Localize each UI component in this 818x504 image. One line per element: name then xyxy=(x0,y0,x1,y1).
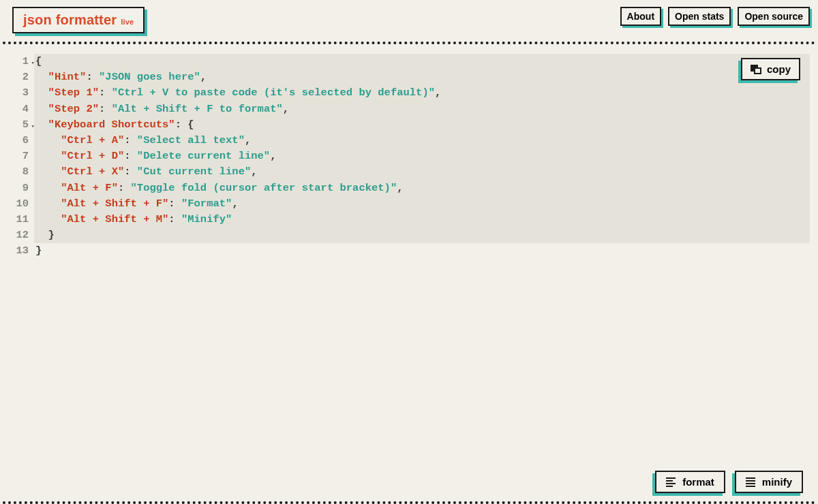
code-line: "Ctrl + A": "Select all text", xyxy=(34,133,810,148)
about-link[interactable]: About xyxy=(620,7,661,26)
code-line: "Alt + Shift + F": "Format", xyxy=(34,196,810,212)
minify-button[interactable]: minify xyxy=(735,471,803,493)
header: json formatter live About Open stats Ope… xyxy=(0,0,818,42)
code-line: "Alt + Shift + M": "Minify" xyxy=(34,212,810,227)
code-line: "Step 1": "Ctrl + V to paste code (it's … xyxy=(34,85,810,101)
format-label: format xyxy=(682,476,714,488)
minify-icon xyxy=(746,477,755,487)
editor-area: copy 12345678910111213 { "Hint": "JSON g… xyxy=(0,44,818,259)
line-number: 4 xyxy=(4,101,29,117)
footer-actions: format minify xyxy=(0,464,818,501)
code-line: } xyxy=(35,243,810,259)
footer: format minify xyxy=(0,464,818,504)
copy-button[interactable]: copy xyxy=(741,58,800,80)
code-line: { xyxy=(34,54,810,69)
open-source-link[interactable]: Open source xyxy=(738,7,810,26)
line-number: 3 xyxy=(4,85,29,101)
minify-label: minify xyxy=(762,476,792,488)
line-number: 9 xyxy=(4,180,29,196)
line-number: 1 xyxy=(4,54,29,69)
footer-divider xyxy=(3,501,815,504)
line-number: 12 xyxy=(4,227,29,243)
code-editor[interactable]: 12345678910111213 { "Hint": "JSON goes h… xyxy=(4,54,810,259)
line-number: 6 xyxy=(4,133,29,148)
line-number: 2 xyxy=(4,69,29,85)
logo-text: json formatter xyxy=(23,12,117,28)
line-number: 5 xyxy=(4,117,29,133)
code-line: "Step 2": "Alt + Shift + F to format", xyxy=(34,101,810,117)
logo-badge: live xyxy=(121,18,134,26)
line-number: 13 xyxy=(4,243,29,259)
format-button[interactable]: format xyxy=(655,471,725,493)
code-line: } xyxy=(34,227,810,243)
line-number: 7 xyxy=(4,148,29,164)
copy-icon xyxy=(751,65,761,74)
nav-group: About Open stats Open source xyxy=(620,7,810,26)
code-line: "Ctrl + X": "Cut current line", xyxy=(34,164,810,180)
line-number: 8 xyxy=(4,164,29,180)
copy-label: copy xyxy=(767,63,791,75)
line-gutter: 12345678910111213 xyxy=(4,54,35,259)
logo-button[interactable]: json formatter live xyxy=(12,7,145,33)
format-icon xyxy=(666,477,676,487)
code-line: "Hint": "JSON goes here", xyxy=(34,69,810,85)
code-line: "Alt + F": "Toggle fold (cursor after st… xyxy=(34,180,810,196)
open-stats-link[interactable]: Open stats xyxy=(668,7,731,26)
code-line: "Keyboard Shortcuts": { xyxy=(34,117,810,133)
line-number: 11 xyxy=(4,212,29,227)
line-number: 10 xyxy=(4,196,29,212)
code-content[interactable]: { "Hint": "JSON goes here", "Step 1": "C… xyxy=(35,54,810,259)
code-line: "Ctrl + D": "Delete current line", xyxy=(34,148,810,164)
